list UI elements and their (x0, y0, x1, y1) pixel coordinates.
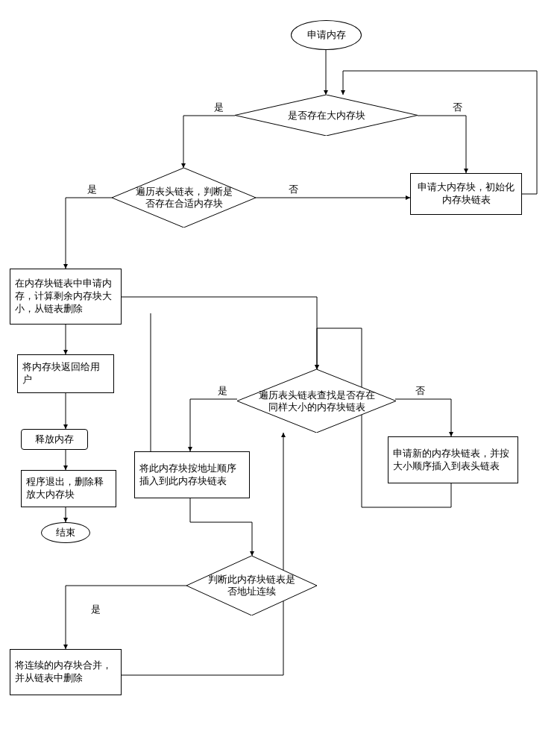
process-free-memory: 释放内存 (21, 429, 88, 450)
label-d1-yes: 是 (213, 101, 225, 114)
end-terminal: 结束 (41, 522, 90, 543)
start-label: 申请内存 (307, 29, 346, 42)
label-d3-no: 否 (414, 384, 427, 398)
process-alloc-large-init: 申请大内存块，初始化内存块链表 (410, 173, 522, 215)
process-new-list-insert-header: 申请新的内存块链表，并按大小顺序插入到表头链表 (388, 436, 518, 483)
p8-text: 将连续的内存块合并，并从链表中删除 (15, 659, 116, 685)
p2-text: 在内存块链表中申请内存，计算剩余内存块大小，从链表删除 (15, 278, 116, 316)
label-d2-yes: 是 (86, 183, 98, 196)
label-d1-no: 否 (451, 101, 464, 114)
p3-text: 将内存块返回给用户 (22, 361, 109, 386)
start-terminal: 申请内存 (291, 20, 362, 50)
label-d4-yes: 是 (89, 603, 102, 616)
process-alloc-from-list: 在内存块链表中申请内存，计算剩余内存块大小，从链表删除 (10, 269, 122, 325)
p6-text: 将此内存块按地址顺序插入到此内存块链表 (139, 463, 245, 488)
decision-suitable-block: 遍历表头链表，判断是否存在合适内存块 (112, 168, 256, 228)
p7-text: 申请新的内存块链表，并按大小顺序插入到表头链表 (393, 448, 513, 473)
p5-text: 程序退出，删除释放大内存块 (26, 476, 111, 501)
decision-same-size-list: 遍历表头链表查找是否存在同样大小的内存块链表 (237, 369, 396, 433)
d1-text: 是否存在大内存块 (262, 109, 391, 121)
p4-text: 释放内存 (35, 433, 74, 446)
process-exit-release: 程序退出，删除释放大内存块 (21, 470, 116, 507)
d3-text: 遍历表头链表查找是否存在同样大小的内存块链表 (257, 389, 377, 413)
d4-text: 判断此内存块链表是否地址连续 (206, 574, 298, 598)
process-insert-by-address: 将此内存块按地址顺序插入到此内存块链表 (134, 451, 250, 498)
label-d3-yes: 是 (216, 384, 229, 398)
process-return-block: 将内存块返回给用户 (17, 354, 114, 393)
decision-large-block-exists: 是否存在大内存块 (235, 95, 418, 136)
label-d2-no: 否 (287, 183, 300, 196)
d2-text: 遍历表头链表，判断是否存在合适内存块 (133, 186, 234, 210)
end-label: 结束 (56, 527, 75, 539)
process-merge-blocks: 将连续的内存块合并，并从链表中删除 (10, 649, 122, 695)
decision-address-contiguous: 判断此内存块链表是否地址连续 (186, 556, 317, 615)
p1-text: 申请大内存块，初始化内存块链表 (415, 181, 517, 207)
